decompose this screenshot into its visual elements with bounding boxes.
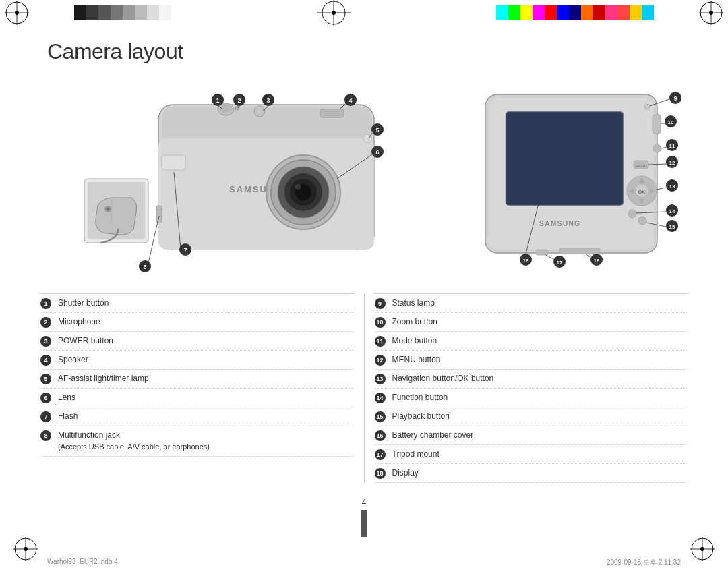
- top-bar-center: [171, 0, 496, 26]
- part-num-15: 15: [375, 411, 386, 422]
- svg-text:6: 6: [375, 149, 379, 156]
- footer: Warhol93_EUR2.indb 4 2009-09-18 오후 2:11:…: [0, 558, 728, 567]
- top-bar: [0, 0, 728, 26]
- svg-line-106: [585, 254, 593, 259]
- svg-point-76: [653, 144, 661, 152]
- part-label-6: Lens: [58, 392, 347, 403]
- part-item-10: 10 Zoom button: [375, 313, 688, 332]
- svg-point-27: [295, 184, 301, 190]
- svg-text:15: 15: [669, 224, 675, 230]
- svg-rect-55: [162, 155, 185, 170]
- svg-rect-107: [536, 250, 548, 255]
- svg-text:MENU: MENU: [635, 164, 647, 168]
- part-label-14: Function button: [392, 392, 681, 403]
- svg-point-37: [254, 106, 265, 117]
- part-num-16: 16: [375, 430, 386, 441]
- part-item-14: 14 Function button: [375, 389, 688, 407]
- part-num-5: 5: [40, 374, 51, 384]
- svg-point-7: [332, 11, 336, 15]
- parts-column-divider: [364, 293, 365, 483]
- svg-line-79: [661, 147, 667, 148]
- part-num-11: 11: [375, 336, 386, 347]
- svg-text:16: 16: [594, 258, 600, 264]
- part-num-6: 6: [40, 393, 51, 403]
- svg-text:1: 1: [216, 97, 219, 104]
- part-item-13: 13 Navigation button/OK button: [375, 370, 688, 389]
- part-item-6: 6 Lens: [40, 389, 354, 407]
- part-num-17: 17: [375, 449, 386, 460]
- page-number-bar: [361, 510, 367, 537]
- part-num-10: 10: [375, 317, 386, 328]
- svg-text:12: 12: [669, 160, 675, 166]
- part-label-18: Display: [392, 467, 681, 479]
- part-label-13: Navigation button/OK button: [392, 373, 681, 384]
- svg-rect-72: [653, 115, 661, 134]
- parts-list: 1 Shutter button 2 Microphone 3 POWER bu…: [40, 293, 688, 483]
- svg-text:SAMSUNG: SAMSUNG: [539, 220, 581, 227]
- part-label-16: Battery chamber cover: [392, 430, 681, 441]
- svg-point-117: [24, 547, 28, 551]
- page-title: Camera layout: [47, 39, 183, 64]
- svg-line-110: [546, 255, 556, 260]
- svg-text:13: 13: [669, 183, 675, 190]
- svg-line-94: [657, 188, 666, 190]
- part-item-2: 2 Microphone: [40, 313, 354, 332]
- svg-point-121: [700, 547, 704, 551]
- svg-text:14: 14: [669, 208, 675, 214]
- svg-rect-103: [559, 248, 600, 254]
- part-label-9: Status lamp: [392, 297, 681, 309]
- part-num-2: 2: [40, 317, 51, 328]
- svg-text:2: 2: [237, 97, 241, 104]
- part-label-10: Zoom button: [392, 316, 681, 328]
- part-num-3: 3: [40, 336, 51, 347]
- color-strip-left: [74, 5, 171, 20]
- camera-back-diagram: SAMSUNG 9 10 11 MENU 12: [472, 81, 674, 270]
- svg-point-48: [363, 134, 371, 142]
- part-num-9: 9: [375, 298, 386, 309]
- part-item-8: 8 Multifunction jack(Accepts USB cable, …: [40, 426, 354, 457]
- part-num-8: 8: [40, 430, 51, 441]
- svg-text:9: 9: [673, 95, 677, 102]
- part-label-1: Shutter button: [58, 297, 347, 309]
- svg-point-3: [15, 11, 19, 15]
- svg-text:10: 10: [668, 119, 674, 125]
- part-item-17: 17 Tripod mount: [375, 445, 688, 464]
- svg-point-68: [644, 104, 650, 109]
- svg-rect-66: [507, 113, 622, 204]
- part-label-4: Speaker: [58, 354, 347, 366]
- svg-text:5: 5: [375, 127, 379, 134]
- part-label-11: Mode button: [392, 335, 681, 347]
- camera-front-diagram: SAMSUNG 1 2 3: [81, 74, 371, 270]
- svg-text:17: 17: [557, 260, 563, 266]
- svg-text:8: 8: [143, 264, 146, 270]
- part-item-16: 16 Battery chamber cover: [375, 426, 688, 445]
- part-num-1: 1: [40, 298, 51, 309]
- svg-text:11: 11: [669, 143, 675, 149]
- part-label-5: AF-assist light/timer lamp: [58, 373, 347, 384]
- part-label-7: Flash: [58, 411, 347, 422]
- svg-rect-59: [156, 206, 162, 223]
- reg-mark-center: [317, 0, 351, 26]
- page-number-area: 4: [361, 498, 367, 537]
- part-label-15: Playback button: [392, 411, 681, 422]
- svg-text:3: 3: [266, 97, 270, 104]
- part-item-5: 5 AF-assist light/timer lamp: [40, 370, 354, 389]
- page-number: 4: [362, 498, 367, 507]
- footer-right: 2009-09-18 오후 2:11:32: [607, 558, 681, 567]
- part-label-2: Microphone: [58, 316, 347, 328]
- part-num-18: 18: [375, 468, 386, 479]
- part-item-11: 11 Mode button: [375, 332, 688, 351]
- part-item-12: 12 MENU button: [375, 351, 688, 370]
- svg-text:18: 18: [523, 258, 529, 264]
- part-label-12: MENU button: [392, 354, 681, 366]
- parts-column-left: 1 Shutter button 2 Microphone 3 POWER bu…: [40, 293, 354, 483]
- svg-point-95: [628, 210, 636, 218]
- part-item-15: 15 Playback button: [375, 407, 688, 426]
- parts-column-right: 9 Status lamp 10 Zoom button 11 Mode but…: [375, 293, 688, 483]
- svg-text:7: 7: [183, 247, 187, 254]
- part-item-1: 1 Shutter button: [40, 294, 354, 313]
- part-num-7: 7: [40, 411, 51, 422]
- part-label-3: POWER button: [58, 335, 347, 347]
- part-num-14: 14: [375, 393, 386, 403]
- part-num-4: 4: [40, 355, 51, 366]
